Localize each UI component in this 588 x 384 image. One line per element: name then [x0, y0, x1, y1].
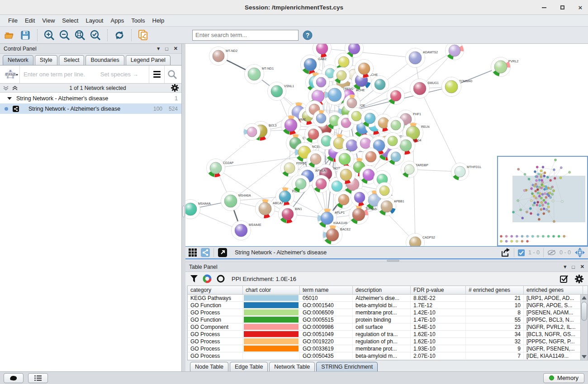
network-node[interactable]: MT-ND1: [245, 65, 274, 84]
table-row[interactable]: KEGG Pathways05010Alzheimer's dise...8.8…: [188, 295, 588, 302]
export-network-icon[interactable]: [500, 248, 510, 258]
copy-network-icon[interactable]: [137, 29, 150, 42]
menu-file[interactable]: File: [5, 16, 21, 25]
network-node[interactable]: [307, 150, 325, 168]
network-node[interactable]: [313, 44, 332, 58]
scroll-up-icon[interactable]: [582, 296, 587, 300]
menu-tools[interactable]: Tools: [128, 16, 148, 25]
help-icon[interactable]: ?: [301, 29, 314, 42]
network-node[interactable]: [388, 117, 404, 134]
network-node[interactable]: SMUG1: [410, 79, 439, 98]
menu-layout[interactable]: Layout: [82, 16, 107, 25]
table-row[interactable]: GO ProcessGO:0006509membrane prot...1.42…: [188, 309, 588, 316]
network-node[interactable]: [335, 191, 353, 209]
menu-edit[interactable]: Edit: [21, 16, 38, 25]
string-query-placeholder[interactable]: Enter one term per line.: [24, 71, 85, 78]
network-node[interactable]: [244, 124, 261, 140]
network-node[interactable]: [388, 149, 404, 165]
network-canvas[interactable]: MT-ND2MT-ND1VSNL1GAB2IRS1CHATABCA1BCHEAC…: [185, 44, 588, 246]
network-node[interactable]: APBB1: [378, 197, 404, 216]
network-node[interactable]: TOMM40: [442, 77, 473, 97]
network-node[interactable]: BACE2: [323, 225, 351, 245]
table-row[interactable]: GO FunctionGO:0005515protein binding1.47…: [188, 316, 588, 323]
string-logo-icon[interactable]: STRING: [2, 66, 20, 83]
tab-node-table[interactable]: Node Table: [190, 362, 228, 371]
table-row[interactable]: GO ProcessGO:0033619membrane prot...1.93…: [188, 345, 588, 352]
horizontal-splitter[interactable]: [185, 259, 588, 262]
network-node[interactable]: [376, 183, 393, 199]
column-header-term-name[interactable]: term name: [300, 286, 353, 294]
network-node[interactable]: [384, 133, 401, 150]
network-options-gear-icon[interactable]: [171, 84, 179, 92]
column-header-enriched-genes[interactable]: enriched genes: [524, 286, 583, 294]
tree-expander-icon[interactable]: [7, 97, 12, 100]
table-row[interactable]: GO ProcessGO:0051049regulation of tra...…: [188, 331, 588, 338]
menu-view[interactable]: View: [38, 16, 58, 25]
network-node[interactable]: MTHFD1L: [451, 163, 482, 181]
table-panel-maximize-icon[interactable]: □: [572, 264, 575, 270]
open-in-window-icon[interactable]: [218, 248, 228, 258]
table-panel-close-icon[interactable]: ✕: [580, 264, 584, 270]
network-tree-row[interactable]: String Network - Alzheimer's disease1: [0, 93, 181, 103]
network-node[interactable]: [313, 74, 330, 91]
menu-help[interactable]: Help: [149, 16, 168, 25]
network-node[interactable]: [446, 44, 464, 60]
table-panel-float-icon[interactable]: ▾: [564, 264, 567, 270]
network-node[interactable]: [371, 76, 389, 94]
column-header-FDR-p-value[interactable]: FDR p-value: [411, 286, 466, 294]
tab-style[interactable]: Style: [35, 55, 57, 65]
network-view[interactable]: MT-ND2MT-ND1VSNL1GAB2IRS1CHATABCA1BCHEAC…: [185, 44, 588, 246]
table-row[interactable]: GO ProcessGO:0050435beta-amyloid m...2.0…: [188, 352, 588, 360]
panel-float-icon[interactable]: ▾: [157, 46, 160, 52]
network-node[interactable]: TARDBP: [401, 161, 429, 178]
network-node[interactable]: [333, 67, 350, 84]
network-node[interactable]: EFNA5: [349, 205, 377, 225]
maximize-button[interactable]: [559, 5, 565, 11]
zoom-out-icon[interactable]: [58, 29, 71, 42]
network-node[interactable]: [351, 189, 369, 206]
tab-network-table[interactable]: Network Table: [269, 362, 315, 371]
network-node[interactable]: MS4A4E: [232, 221, 261, 240]
network-node[interactable]: MME: [281, 116, 306, 135]
network-node[interactable]: [292, 175, 310, 193]
network-node[interactable]: PVRL2: [491, 57, 519, 77]
network-node[interactable]: MS4A6A: [221, 192, 251, 211]
vertical-splitter[interactable]: [182, 44, 185, 371]
splitter-grip-h[interactable]: [387, 260, 399, 262]
table-row[interactable]: GO ComponentGO:0009986cell surface1.54E-…: [188, 323, 588, 331]
menu-apps[interactable]: Apps: [107, 16, 128, 25]
string-search-icon[interactable]: [164, 66, 180, 83]
network-node[interactable]: [355, 60, 374, 78]
scroll-thumb[interactable]: [581, 302, 587, 321]
birds-eye-toggle-icon[interactable]: [574, 247, 585, 258]
network-node[interactable]: [313, 175, 330, 193]
network-node[interactable]: BIN1: [279, 205, 302, 224]
ring-chart-icon[interactable]: [216, 274, 225, 283]
menu-select[interactable]: Select: [58, 16, 82, 25]
tab-network[interactable]: Network: [3, 55, 33, 65]
tab-legend-panel[interactable]: Legend Panel: [126, 55, 171, 65]
column-header--enriched-genes[interactable]: # enriched genes: [466, 286, 524, 294]
refresh-icon[interactable]: [113, 29, 126, 42]
table-row[interactable]: GO ProcessGO:0019220regulation of ph...1…: [188, 338, 588, 345]
birds-eye-view[interactable]: [498, 156, 588, 246]
set-species-hint[interactable]: Set species →: [100, 71, 138, 78]
select-columns-icon[interactable]: [560, 275, 569, 283]
donut-chart-icon[interactable]: [203, 274, 212, 283]
zoom-fit-icon[interactable]: [74, 29, 86, 42]
scroll-down-icon[interactable]: [582, 355, 587, 358]
tab-edge-table[interactable]: Edge Table: [230, 362, 268, 371]
search-input[interactable]: [192, 30, 299, 41]
network-node[interactable]: [313, 110, 330, 127]
expand-all-icon[interactable]: [3, 85, 9, 91]
network-node[interactable]: [362, 148, 380, 166]
panel-close-icon[interactable]: ✕: [174, 46, 178, 52]
table-settings-gear-icon[interactable]: [575, 275, 583, 283]
column-header-description[interactable]: description: [353, 286, 411, 294]
share-network-icon[interactable]: [201, 248, 210, 257]
zoom-in-icon[interactable]: [43, 29, 56, 42]
tab-boundaries[interactable]: Boundaries: [85, 55, 124, 65]
network-node[interactable]: [337, 166, 356, 184]
zoom-selected-icon[interactable]: [89, 29, 102, 42]
column-header-category[interactable]: category: [188, 286, 243, 294]
